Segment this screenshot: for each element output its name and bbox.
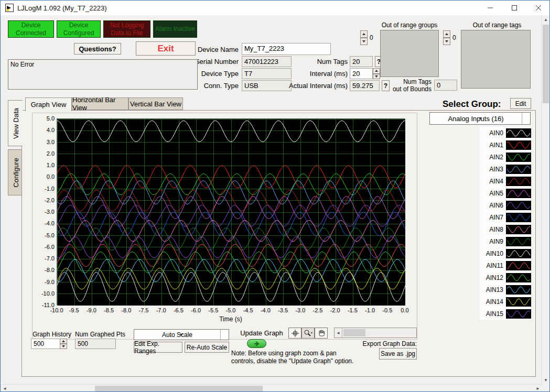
channel-row[interactable]: AIN8 bbox=[480, 223, 531, 235]
tab-graph-view[interactable]: Graph View bbox=[25, 97, 72, 111]
channel-plot-icon[interactable] bbox=[506, 225, 531, 234]
scroll-up-icon[interactable]: ▲ bbox=[542, 15, 550, 24]
scroll-down-icon[interactable]: ▼ bbox=[542, 376, 550, 384]
channel-row[interactable]: AIN9 bbox=[480, 235, 531, 247]
alarm-status-indicator[interactable]: Alarm Inactive bbox=[153, 20, 197, 38]
graph-history-field[interactable]: 500 bbox=[31, 339, 60, 349]
channel-row[interactable]: AIN13 bbox=[480, 284, 531, 296]
channel-plot-icon[interactable] bbox=[506, 128, 531, 138]
spin-up-icon[interactable] bbox=[373, 68, 380, 74]
pan-tool-button[interactable] bbox=[315, 328, 328, 339]
channel-plot-icon[interactable] bbox=[506, 140, 531, 150]
channel-plot-icon[interactable] bbox=[506, 153, 531, 162]
spin-up-icon[interactable] bbox=[360, 30, 368, 38]
x-axis-tick-label: -6.5 bbox=[169, 307, 187, 313]
channel-plot-icon[interactable] bbox=[506, 213, 531, 222]
close-button[interactable] bbox=[526, 1, 550, 15]
save-as-jpg-button[interactable]: Save as .jpg bbox=[379, 348, 417, 360]
channel-plot-icon[interactable] bbox=[506, 273, 531, 282]
edit-exp-ranges-button[interactable]: Edit Exp. Ranges bbox=[134, 342, 182, 353]
spin-up-icon[interactable] bbox=[443, 30, 450, 38]
channel-plot-icon[interactable] bbox=[506, 165, 531, 174]
channel-plot-icon[interactable] bbox=[506, 297, 531, 307]
y-axis-tick-label: -3.0 bbox=[32, 209, 55, 215]
device-configured-indicator[interactable]: Device Configured bbox=[57, 20, 101, 38]
edit-group-button[interactable]: Edit bbox=[510, 98, 531, 109]
num-tags-label: Num Tags bbox=[285, 58, 348, 66]
chevron-down-icon[interactable] bbox=[220, 330, 229, 340]
x-axis-tick-label: -1.5 bbox=[343, 307, 361, 313]
y-axis: 5.04.03.02.01.00.0-1.0-2.0-3.0-4.0-5.0-6… bbox=[32, 118, 55, 308]
out-of-range-tags-list[interactable] bbox=[461, 30, 531, 89]
scale-mode-dropdown[interactable]: Auto Scale bbox=[134, 329, 229, 340]
chevron-down-icon[interactable] bbox=[522, 113, 530, 124]
channel-row[interactable]: AIN4 bbox=[480, 175, 531, 187]
update-graph-toggle[interactable] bbox=[247, 339, 266, 348]
minimize-button[interactable] bbox=[478, 1, 502, 15]
channel-row[interactable]: AIN15 bbox=[480, 308, 531, 320]
scrollbar-thumb[interactable] bbox=[343, 329, 365, 336]
questions-button[interactable]: Questions? bbox=[74, 43, 121, 55]
channel-plot-icon[interactable] bbox=[506, 285, 531, 295]
channel-plot-icon[interactable] bbox=[506, 309, 531, 319]
channel-row[interactable]: AIN10 bbox=[480, 247, 531, 259]
scroll-left-icon[interactable]: ◄ bbox=[335, 328, 342, 337]
y-axis-tick-label: 5.0 bbox=[32, 115, 55, 122]
scrollbar-thumb[interactable] bbox=[95, 386, 263, 391]
x-axis-tick-label: -9.0 bbox=[82, 307, 100, 313]
channel-plot-icon[interactable] bbox=[506, 249, 531, 258]
channel-plot-icon[interactable] bbox=[506, 201, 531, 210]
channel-row[interactable]: AIN12 bbox=[480, 271, 531, 284]
cursor-tool-button[interactable] bbox=[288, 328, 301, 339]
spin-down-icon[interactable] bbox=[360, 38, 368, 45]
channel-row[interactable]: AIN6 bbox=[480, 199, 531, 211]
maximize-icon bbox=[511, 5, 517, 11]
tab-view-data[interactable]: View Data bbox=[8, 100, 23, 146]
spin-down-icon[interactable] bbox=[443, 38, 450, 45]
tab-vertical-bar-view[interactable]: Vertical Bar View bbox=[128, 97, 183, 110]
device-connected-indicator[interactable]: Device Connected bbox=[8, 20, 54, 38]
graph-history-stepper[interactable] bbox=[60, 339, 67, 349]
interval-field[interactable]: 20 bbox=[350, 68, 373, 79]
channel-row[interactable]: AIN0 bbox=[480, 127, 531, 139]
status-label: Alarm Inactive bbox=[155, 25, 195, 33]
channel-plot-icon[interactable] bbox=[506, 177, 531, 186]
y-axis-tick-label: -5.0 bbox=[32, 232, 55, 238]
num-tags-out-of-bounds-label: Num Tagsout of Bounds bbox=[381, 78, 432, 93]
interval-stepper[interactable] bbox=[373, 68, 380, 79]
spin-down-icon[interactable] bbox=[373, 74, 380, 80]
spin-up-icon[interactable] bbox=[60, 339, 67, 344]
logging-status-indicator[interactable]: Not Logging Data to File bbox=[103, 20, 150, 38]
channel-row[interactable]: AIN5 bbox=[480, 187, 531, 199]
window-horizontal-scrollbar[interactable]: ◄ ► bbox=[1, 384, 542, 392]
channel-row[interactable]: AIN14 bbox=[480, 296, 531, 308]
device-name-field[interactable]: My_T7_2223 bbox=[242, 43, 331, 55]
graph-plot-area[interactable] bbox=[57, 118, 405, 305]
channel-plot-icon[interactable] bbox=[506, 261, 531, 270]
window-vertical-scrollbar[interactable]: ▲ ▼ bbox=[541, 15, 549, 384]
tab-configure[interactable]: Configure bbox=[8, 149, 22, 195]
channel-label: AIN15 bbox=[482, 310, 503, 318]
graph-x-scrollbar[interactable]: ◄ bbox=[334, 328, 417, 338]
channel-row[interactable]: AIN2 bbox=[480, 151, 531, 163]
scroll-right-icon[interactable]: ► bbox=[534, 385, 542, 392]
group-select-dropdown[interactable]: Analog Inputs (16) bbox=[429, 112, 531, 125]
channel-plot-icon[interactable] bbox=[506, 237, 531, 246]
maximize-button[interactable] bbox=[502, 1, 526, 15]
channel-row[interactable]: AIN11 bbox=[480, 259, 531, 271]
channel-row[interactable]: AIN7 bbox=[480, 211, 531, 223]
spin-down-icon[interactable] bbox=[60, 344, 67, 349]
channel-plot-icon[interactable] bbox=[506, 189, 531, 198]
channel-row[interactable]: AIN3 bbox=[480, 163, 531, 175]
tab-horizontal-bar-view[interactable]: Horizontal Bar View bbox=[72, 97, 128, 110]
actual-interval-label: Actual Interval (ms) bbox=[285, 82, 348, 90]
out-of-range-groups-list[interactable] bbox=[380, 30, 439, 77]
scrollbar-thumb[interactable] bbox=[543, 25, 549, 103]
re-auto-scale-button[interactable]: Re-Auto Scale bbox=[185, 342, 229, 353]
zoom-tool-button[interactable] bbox=[301, 328, 315, 339]
num-graphed-pts-value: 500 bbox=[75, 339, 116, 349]
out-of-range-tags-stepper[interactable] bbox=[443, 30, 450, 45]
scroll-left-icon[interactable]: ◄ bbox=[1, 385, 9, 392]
channel-row[interactable]: AIN1 bbox=[480, 139, 531, 151]
out-of-range-groups-stepper[interactable] bbox=[360, 30, 368, 45]
